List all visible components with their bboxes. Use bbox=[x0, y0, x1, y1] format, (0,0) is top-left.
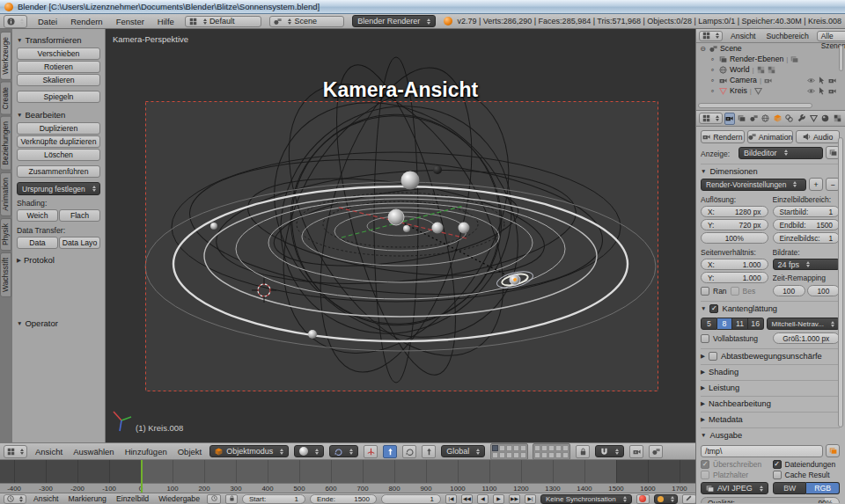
panel-antialiasing-header[interactable]: ▼ ✓ Kantenglättung bbox=[701, 301, 840, 315]
frame-step-field[interactable]: Einzelbildsc: 1 bbox=[773, 232, 841, 244]
tab-world[interactable] bbox=[760, 113, 771, 125]
menu-objekt[interactable]: Objekt bbox=[175, 447, 204, 457]
tab-render[interactable] bbox=[724, 113, 735, 125]
snap-select[interactable] bbox=[595, 445, 624, 457]
timeline-menu-wiedergabe[interactable]: Wiedergabe bbox=[156, 494, 202, 503]
transform-orientation-select[interactable]: Global bbox=[441, 445, 485, 457]
layer-toggle-cell[interactable] bbox=[541, 445, 547, 451]
color-bw-button[interactable]: BW bbox=[773, 482, 807, 494]
outliner-menu-ansicht[interactable]: Ansicht bbox=[728, 32, 759, 40]
placeholder-checkbox[interactable] bbox=[701, 471, 709, 479]
menu-datei[interactable]: Datei bbox=[35, 17, 60, 26]
aa-samples-16-button[interactable]: 16 bbox=[748, 318, 764, 330]
keying-set-select[interactable] bbox=[654, 494, 678, 504]
output-path-field[interactable]: /tmp\ bbox=[701, 445, 823, 457]
tab-material[interactable] bbox=[820, 113, 831, 125]
motion-blur-checkbox[interactable] bbox=[709, 352, 717, 361]
outliner-menu-suchbereich[interactable]: Suchbereich bbox=[764, 32, 812, 40]
properties-scrollbar[interactable] bbox=[838, 137, 843, 427]
shade-smooth-button[interactable]: Weich bbox=[17, 209, 58, 222]
sync-mode-select[interactable]: Keine Synchronisation bbox=[540, 494, 632, 504]
display-mode-select[interactable]: Bildeditor bbox=[738, 147, 823, 159]
outliner-scope-select[interactable]: Alle Szenen bbox=[817, 31, 845, 41]
editor-type-info-button[interactable] bbox=[4, 15, 27, 28]
menu-fenster[interactable]: Fenster bbox=[114, 17, 147, 26]
aa-samples-8-button[interactable]: 8 bbox=[717, 318, 733, 330]
layer-toggle-cell[interactable] bbox=[499, 445, 505, 451]
editor-type-properties-button[interactable] bbox=[699, 113, 723, 124]
crop-checkbox[interactable] bbox=[731, 287, 739, 296]
antialiasing-checkbox[interactable]: ✓ bbox=[709, 304, 718, 313]
outliner-v-scrollbar[interactable] bbox=[839, 45, 843, 71]
layer-toggle-cell[interactable] bbox=[541, 452, 547, 458]
timeline-menu-markierung[interactable]: Markierung bbox=[66, 494, 109, 503]
layer-toggle-cell[interactable] bbox=[520, 452, 526, 458]
render-engine-select[interactable]: Blender Renderer bbox=[352, 15, 436, 27]
tab-render-layers[interactable] bbox=[737, 113, 747, 125]
render-opengl-button[interactable] bbox=[629, 445, 643, 458]
tab-scene[interactable] bbox=[748, 113, 759, 125]
layer-toggle-cell[interactable] bbox=[520, 445, 526, 451]
aa-samples-11-button[interactable]: 11 bbox=[732, 318, 748, 330]
lock-frame-button[interactable] bbox=[225, 494, 238, 504]
translate-button[interactable]: Verschieben bbox=[17, 47, 100, 60]
timeline-ruler[interactable]: -400-300-200-100010020030040050060070080… bbox=[0, 483, 695, 493]
layer-toggle-cell[interactable] bbox=[506, 445, 512, 451]
tab-beziehungen[interactable]: Beziehungen bbox=[0, 116, 11, 171]
quality-slider[interactable]: Qualität: 90% bbox=[701, 497, 840, 503]
resolution-percent-slider[interactable]: 100% bbox=[701, 232, 768, 244]
preset-add-button[interactable]: + bbox=[809, 178, 823, 191]
duplicate-linked-button[interactable]: Verknüpfte duplizieren bbox=[17, 135, 100, 148]
menu-hilfe[interactable]: Hilfe bbox=[155, 17, 177, 26]
frame-start-field[interactable]: Start: 1 bbox=[242, 494, 305, 504]
aa-samples-5-button[interactable]: 5 bbox=[701, 318, 717, 330]
tab-create[interactable]: Create bbox=[0, 82, 11, 115]
panel-motion-blur-header[interactable]: ▶ Abtastbewegungsunschärfe bbox=[701, 348, 840, 362]
panel-shading-header[interactable]: ▶ Shading bbox=[701, 364, 840, 378]
play-button[interactable]: ▶ bbox=[493, 494, 504, 504]
data-layout-button[interactable]: Data Layo bbox=[59, 237, 100, 249]
selectability-cursor-icon[interactable] bbox=[818, 87, 826, 95]
expand-icon[interactable]: ⊖ bbox=[699, 45, 707, 53]
aa-size-field[interactable]: Größ:1.000 px bbox=[773, 332, 841, 344]
aa-filter-select[interactable]: Mitchell-Netrav... bbox=[767, 318, 841, 330]
rotate-manipulator-button[interactable] bbox=[402, 445, 416, 458]
scale-button[interactable]: Skalieren bbox=[17, 74, 100, 86]
panel-performance-header[interactable]: ▶ Leistung bbox=[701, 380, 840, 394]
jump-prev-keyframe-button[interactable]: ◀◀ bbox=[461, 494, 473, 504]
layer-toggles[interactable] bbox=[490, 443, 570, 460]
browse-folder-button[interactable] bbox=[826, 444, 840, 457]
menu-auswaehlen[interactable]: Auswählen bbox=[70, 447, 116, 457]
panel-bearbeiten-header[interactable]: ▼ Bearbeiten bbox=[17, 110, 100, 120]
layer-toggle-cell[interactable] bbox=[555, 452, 562, 458]
remap-old-field[interactable]: 100 bbox=[773, 285, 805, 296]
renderability-camera-icon[interactable] bbox=[828, 87, 836, 95]
editor-type-3dview-button[interactable] bbox=[4, 445, 27, 458]
border-checkbox[interactable] bbox=[701, 287, 709, 296]
color-rgb-button[interactable]: RGB bbox=[806, 482, 840, 494]
preview-range-clock-button[interactable] bbox=[207, 494, 221, 504]
outliner-row-world[interactable]: ∘ World | bbox=[696, 64, 845, 75]
timeline-menu-ansicht[interactable]: Ansicht bbox=[31, 494, 62, 503]
translate-manipulator-button[interactable] bbox=[383, 445, 397, 458]
resolution-x-field[interactable]: X: 1280 px bbox=[701, 206, 768, 217]
mode-select[interactable]: Objektmodus bbox=[209, 445, 289, 457]
resolution-y-field[interactable]: Y: 720 px bbox=[701, 219, 768, 230]
panel-operator-header[interactable]: ▼ Operator bbox=[17, 318, 100, 328]
timeline-track[interactable]: -400-300-200-100010020030040050060070080… bbox=[0, 460, 695, 493]
tab-texture[interactable] bbox=[832, 113, 842, 125]
render-audio-button[interactable]: Audio bbox=[796, 130, 840, 143]
jump-next-keyframe-button[interactable]: ▶▶ bbox=[509, 494, 520, 504]
editor-type-outliner-button[interactable] bbox=[699, 31, 723, 41]
outliner-h-scrollbar[interactable] bbox=[698, 103, 812, 108]
set-origin-dropdown[interactable]: Ursprung festlegen bbox=[17, 182, 100, 195]
render-toggle-icon[interactable] bbox=[790, 55, 798, 63]
lock-to-scene-button[interactable] bbox=[576, 445, 590, 458]
join-button[interactable]: Zusammenführen bbox=[17, 165, 100, 178]
frame-end-field[interactable]: Endbild: 1500 bbox=[773, 219, 841, 230]
layer-toggle-cell[interactable] bbox=[506, 452, 512, 458]
mirror-button[interactable]: Spiegeln bbox=[17, 91, 100, 103]
cache-result-checkbox[interactable] bbox=[773, 471, 782, 479]
tab-werkzeuge[interactable]: Werkzeuge bbox=[0, 32, 11, 80]
tab-constraints[interactable] bbox=[784, 113, 795, 125]
